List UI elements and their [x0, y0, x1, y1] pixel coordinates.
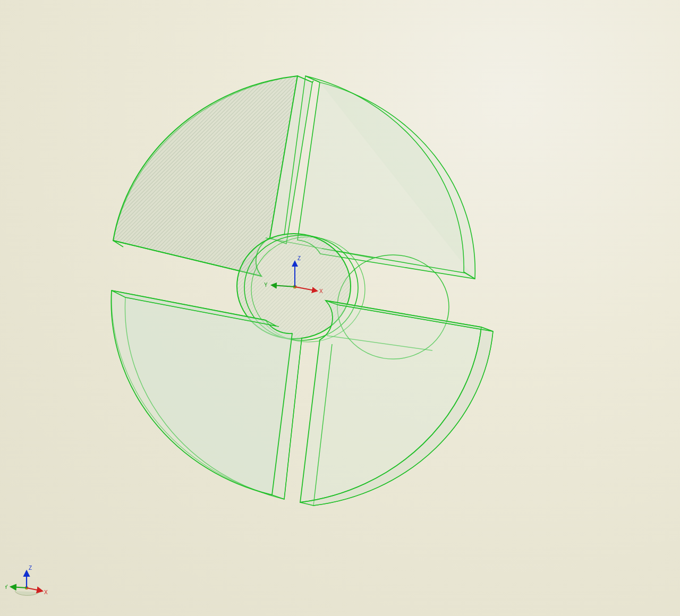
blade-bottom-right: [300, 301, 493, 506]
corner-z-axis-label: Z: [29, 565, 32, 571]
triad-ground-icon: [15, 591, 39, 595]
z-axis-label: Z: [298, 255, 301, 261]
cad-viewport[interactable]: Z X Y Z X Y: [0, 0, 680, 616]
cad-model-canvas[interactable]: Z X Y: [0, 0, 680, 616]
corner-y-axis-label: Y: [5, 584, 8, 590]
corner-y-axis-icon: [11, 587, 27, 588]
corner-view-triad[interactable]: Z X Y: [5, 559, 58, 606]
corner-x-axis-label: X: [44, 589, 48, 595]
x-axis-label: X: [319, 288, 323, 294]
corner-x-axis-icon: [27, 588, 42, 591]
cad-model[interactable]: [111, 76, 493, 506]
y-axis-label: Y: [264, 282, 268, 288]
